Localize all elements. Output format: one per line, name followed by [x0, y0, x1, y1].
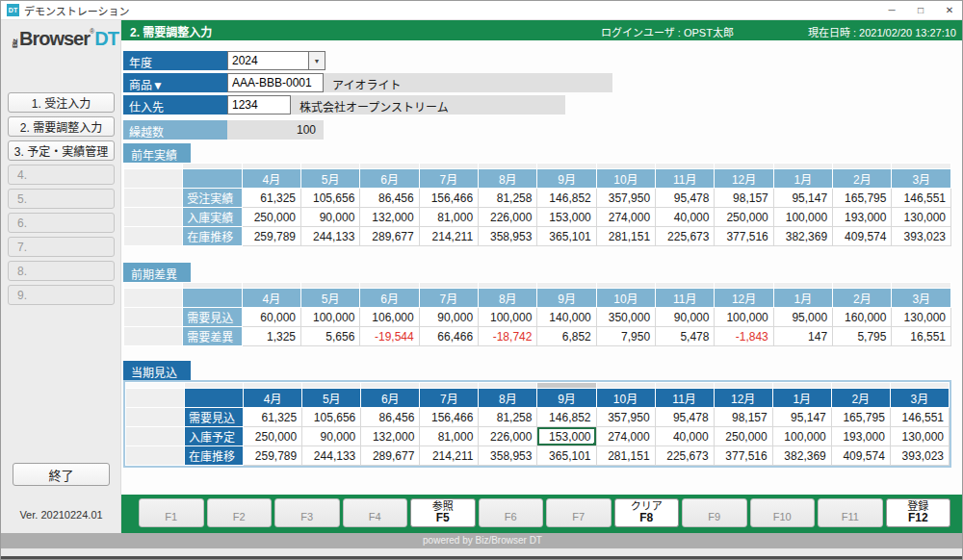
fn-button-f4: F4	[343, 498, 408, 527]
value-cell: 350,000	[596, 308, 655, 327]
fn-button-f3: F3	[274, 498, 340, 527]
value-cell[interactable]: 81,000	[420, 427, 479, 446]
value-cell: 100,000	[773, 208, 832, 227]
value-cell[interactable]: 377,516	[714, 446, 772, 466]
value-cell[interactable]: 130,000	[890, 427, 949, 446]
value-cell[interactable]: 100,000	[772, 427, 831, 446]
value-cell: 95,478	[656, 189, 715, 208]
value-cell[interactable]: 153,000	[537, 427, 596, 446]
supplier-code-input[interactable]	[227, 95, 291, 115]
value-cell: 250,000	[242, 208, 300, 227]
logo-dt-text: DT	[94, 28, 118, 49]
value-cell[interactable]: 193,000	[831, 427, 890, 446]
value-cell[interactable]: 289,677	[361, 446, 420, 466]
value-cell: 1,325	[242, 327, 300, 346]
value-cell[interactable]: 61,325	[244, 408, 302, 427]
value-cell[interactable]: 226,000	[479, 427, 537, 446]
month-column-header: 4月	[242, 289, 300, 308]
fn-button-f5[interactable]: 参照F5	[410, 498, 476, 527]
sidebar-menu-item[interactable]: 3. 予定・実績管理	[8, 140, 115, 161]
year-dropdown-button[interactable]: ▼	[309, 51, 325, 70]
row-header: 需要差異	[183, 327, 242, 346]
value-cell[interactable]: 40,000	[655, 427, 714, 446]
sidebar-menu-item: 7.	[8, 237, 115, 257]
value-cell[interactable]: 156,466	[420, 408, 479, 427]
value-cell[interactable]: 105,656	[302, 408, 361, 427]
value-cell[interactable]: 95,147	[772, 408, 831, 427]
value-cell: -18,742	[479, 327, 537, 346]
minimize-button[interactable]: ─	[877, 1, 906, 20]
window-title: デモンストレーション	[24, 3, 130, 18]
value-cell: -1,843	[715, 327, 773, 346]
value-cell: 281,151	[596, 227, 655, 246]
row-header: 入庫実績	[183, 208, 242, 227]
value-cell[interactable]: 225,673	[655, 446, 714, 466]
value-cell: 244,133	[301, 227, 360, 246]
sidebar-menu-item[interactable]: 1. 受注入力	[8, 92, 115, 113]
month-column-header: 10月	[596, 289, 655, 308]
month-column-header: 6月	[361, 389, 420, 408]
value-cell: 60,000	[242, 308, 300, 327]
app-icon: DT	[7, 4, 19, 16]
value-cell: 225,673	[656, 227, 715, 246]
grid-corner-cell	[183, 169, 242, 189]
value-cell[interactable]: 132,000	[361, 427, 420, 446]
value-cell: 365,101	[537, 227, 596, 246]
month-column-header: 8月	[479, 289, 537, 308]
maximize-button[interactable]: □	[906, 1, 935, 20]
value-cell[interactable]: 382,369	[772, 446, 831, 466]
window-controls: ─□✕	[877, 1, 963, 20]
sidebar-menu-item: 4.	[8, 165, 115, 185]
value-cell[interactable]: 250,000	[714, 427, 772, 446]
value-cell[interactable]: 90,000	[302, 427, 361, 446]
value-cell[interactable]: 274,000	[596, 427, 655, 446]
grid-spacer-cell	[124, 327, 183, 346]
month-column-header: 12月	[714, 389, 772, 408]
value-cell: 5,478	[656, 327, 715, 346]
value-cell[interactable]: 86,456	[361, 408, 420, 427]
fn-button-f12[interactable]: 登録F12	[886, 498, 951, 527]
value-cell: 66,466	[419, 327, 478, 346]
value-cell[interactable]: 165,795	[831, 408, 890, 427]
value-cell[interactable]: 214,211	[420, 446, 479, 466]
month-column-header: 7月	[420, 389, 479, 408]
current-forecast-table: 4月5月6月7月8月9月10月11月12月1月2月3月需要見込61,325105…	[123, 380, 951, 468]
value-cell[interactable]: 95,478	[655, 408, 714, 427]
close-button[interactable]: ✕	[935, 1, 963, 20]
value-cell[interactable]: 244,133	[302, 446, 361, 466]
value-cell[interactable]: 250,000	[244, 427, 302, 446]
value-cell: 5,656	[301, 327, 360, 346]
value-cell[interactable]: 281,151	[596, 446, 655, 466]
year-row: 年度 ▼	[123, 51, 963, 70]
product-code-input[interactable]	[227, 73, 324, 92]
value-cell: 86,456	[360, 189, 419, 208]
value-cell[interactable]: 98,157	[714, 408, 772, 427]
value-cell: 95,000	[773, 308, 832, 327]
sidebar-menu-item[interactable]: 2. 需要調整入力	[8, 116, 115, 137]
value-cell: 146,551	[892, 189, 951, 208]
value-cell: 90,000	[301, 208, 360, 227]
chevron-down-icon: ▼	[314, 58, 321, 64]
fn-button-f8[interactable]: クリアF8	[614, 498, 680, 527]
value-cell[interactable]: 259,789	[244, 446, 302, 466]
supplier-label: 仕入先	[123, 95, 227, 115]
value-cell: 6,852	[537, 327, 596, 346]
value-cell: 106,000	[360, 308, 419, 327]
month-column-header: 5月	[301, 289, 360, 308]
value-cell[interactable]: 409,574	[831, 446, 890, 466]
value-cell[interactable]: 365,101	[537, 446, 596, 466]
value-cell[interactable]: 146,852	[537, 408, 596, 427]
value-cell: 90,000	[656, 308, 715, 327]
value-cell: 160,000	[833, 308, 892, 327]
value-cell[interactable]: 146,551	[890, 408, 949, 427]
value-cell[interactable]: 393,023	[890, 446, 949, 466]
prev-period-diff-table: 4月5月6月7月8月9月10月11月12月1月2月3月需要見込60,000100…	[123, 282, 951, 346]
value-cell[interactable]: 358,953	[479, 446, 537, 466]
month-column-header: 3月	[892, 169, 951, 189]
year-input[interactable]	[227, 51, 309, 70]
exit-button[interactable]: 終了	[13, 463, 110, 486]
value-cell[interactable]: 357,950	[596, 408, 655, 427]
value-cell: -19,544	[360, 327, 419, 346]
value-cell[interactable]: 81,258	[479, 408, 537, 427]
table-title-current-forecast: 当期見込	[123, 361, 191, 380]
